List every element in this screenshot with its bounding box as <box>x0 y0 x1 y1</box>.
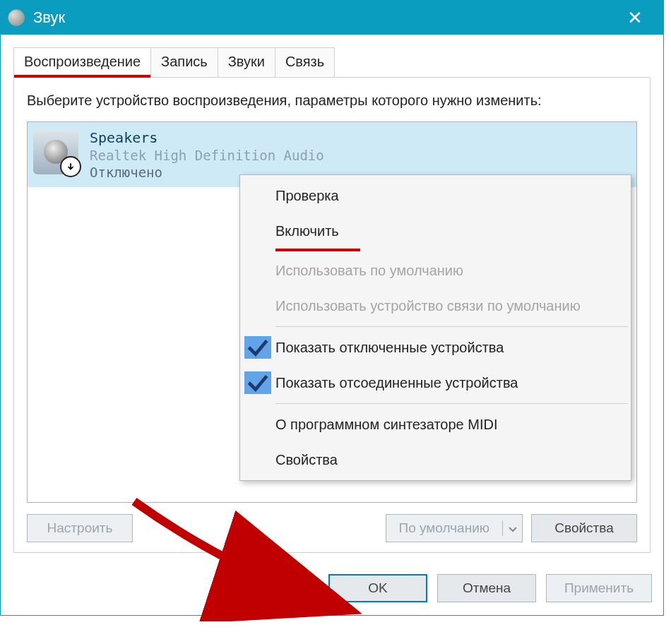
menu-separator <box>275 403 628 404</box>
configure-button: Настроить <box>27 514 133 542</box>
tab-label: Запись <box>161 54 208 69</box>
button-label: Настроить <box>47 520 113 536</box>
tab-communications[interactable]: Связь <box>275 47 335 77</box>
device-info: Speakers Realtek High Definition Audio О… <box>90 129 324 180</box>
close-button[interactable]: ✕ <box>614 1 656 35</box>
menu-item-properties[interactable]: Свойства <box>242 442 629 477</box>
menu-check-slot <box>244 294 271 317</box>
button-label: Отмена <box>463 580 511 596</box>
menu-label: Использовать устройство связи по умолчан… <box>275 298 624 314</box>
menu-label: Показать отключенные устройства <box>275 340 624 356</box>
device-driver: Realtek High Definition Audio <box>90 148 324 163</box>
dialog-button-row: OK Отмена Применить <box>1 563 663 615</box>
highlight-underline <box>275 249 360 251</box>
menu-check-slot <box>244 184 271 207</box>
menu-item-enable[interactable]: Включить <box>242 213 629 249</box>
highlight-underline <box>14 75 150 78</box>
button-label: OK <box>368 580 387 596</box>
menu-check-slot <box>244 413 271 436</box>
set-default-dropdown <box>502 520 522 536</box>
menu-item-set-default-comm: Использовать устройство связи по умолчан… <box>242 288 629 323</box>
tab-recording[interactable]: Запись <box>150 47 218 77</box>
dialog-content: Воспроизведение Запись Звуки Связь Выбер… <box>1 35 663 563</box>
chevron-down-icon <box>509 520 517 536</box>
menu-item-about-midi[interactable]: О программном синтезаторе MIDI <box>242 407 629 442</box>
menu-label: Показать отсоединенные устройства <box>275 375 624 391</box>
ok-button[interactable]: OK <box>328 574 427 602</box>
device-icon-wrapper <box>33 129 78 174</box>
apply-button: Применить <box>546 574 652 602</box>
titlebar[interactable]: Звук ✕ <box>1 1 663 35</box>
tab-sounds[interactable]: Звуки <box>218 47 275 77</box>
sound-icon <box>8 9 25 26</box>
menu-separator <box>275 326 628 327</box>
menu-item-show-disconnected[interactable]: Показать отсоединенные устройства <box>242 365 629 400</box>
menu-item-show-disabled[interactable]: Показать отключенные устройства <box>242 330 629 365</box>
tab-label: Воспроизведение <box>24 54 141 69</box>
tab-label: Связь <box>285 54 324 69</box>
checkmark-icon <box>244 371 271 394</box>
set-default-split-button: По умолчанию <box>386 514 523 542</box>
menu-label: Включить <box>275 223 624 239</box>
menu-label: О программном синтезаторе MIDI <box>275 417 624 433</box>
tab-label: Звуки <box>228 54 265 69</box>
menu-check-slot <box>244 259 271 282</box>
close-icon: ✕ <box>627 7 643 29</box>
window-title: Звук <box>33 8 614 27</box>
button-label: Свойства <box>554 520 613 536</box>
set-default-button-main: По умолчанию <box>386 520 503 536</box>
checkmark-icon <box>244 336 271 359</box>
menu-item-test[interactable]: Проверка <box>242 178 629 213</box>
disabled-badge-icon <box>60 156 81 177</box>
menu-label: Проверка <box>275 188 624 204</box>
menu-label: Использовать по умолчанию <box>275 263 624 279</box>
device-list[interactable]: Speakers Realtek High Definition Audio О… <box>27 121 637 503</box>
instruction-text: Выберите устройство воспроизведения, пар… <box>27 90 637 110</box>
menu-label: Свойства <box>275 452 624 468</box>
menu-item-set-default: Использовать по умолчанию <box>242 253 629 288</box>
tab-playback[interactable]: Воспроизведение <box>13 47 151 77</box>
tab-panel: Выберите устройство воспроизведения, пар… <box>13 78 651 553</box>
button-label: Применить <box>564 580 634 596</box>
cancel-button[interactable]: Отмена <box>437 574 536 602</box>
properties-button[interactable]: Свойства <box>531 514 637 542</box>
context-menu: Проверка Включить Использовать по умолча… <box>239 174 631 481</box>
device-name: Speakers <box>90 129 324 146</box>
menu-check-slot <box>244 448 271 471</box>
tab-strip: Воспроизведение Запись Звуки Связь <box>13 47 651 78</box>
sound-dialog-window: Звук ✕ Воспроизведение Запись Звуки Связ… <box>0 0 664 616</box>
panel-button-row: Настроить По умолчанию Свойства <box>27 514 637 542</box>
menu-check-slot <box>244 220 271 242</box>
button-label: По умолчанию <box>399 520 490 536</box>
